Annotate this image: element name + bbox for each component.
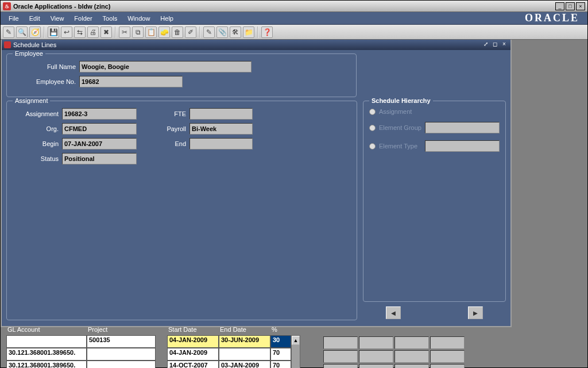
prev-button[interactable]: ◄: [386, 306, 401, 319]
window-title: Oracle Applications - bldw (zinc): [13, 3, 554, 10]
rg-cell[interactable]: [394, 364, 429, 368]
rg-cell[interactable]: [394, 350, 429, 363]
tool-window-icon[interactable]: ❓: [261, 26, 273, 38]
tool-clear-icon[interactable]: 🧽: [158, 26, 170, 38]
tool-paste-icon[interactable]: 📋: [145, 26, 157, 38]
next-button[interactable]: ►: [468, 306, 483, 319]
elem-group-field[interactable]: [425, 122, 500, 133]
tool-step-icon[interactable]: ↩: [61, 26, 72, 38]
tool-save-icon[interactable]: 💾: [48, 26, 59, 38]
tool-new-icon[interactable]: ✎: [3, 26, 14, 38]
menu-window[interactable]: Window: [123, 14, 154, 23]
emp-no-label: Employee No.: [13, 78, 76, 85]
rg-cell[interactable]: [359, 350, 393, 363]
close-button[interactable]: ×: [576, 2, 585, 10]
menu-edit[interactable]: Edit: [25, 14, 45, 23]
tool-copy-icon[interactable]: ⧉: [132, 26, 144, 38]
end-label: End: [140, 140, 186, 147]
menu-tools[interactable]: Tools: [98, 14, 122, 23]
begin-label: Begin: [13, 140, 59, 147]
rg-cell[interactable]: [430, 364, 465, 368]
gl-cell[interactable]: [6, 335, 87, 348]
end-cell[interactable]: [219, 348, 270, 361]
start-cell[interactable]: 04-JAN-2009: [167, 335, 219, 348]
pct-cell[interactable]: 70: [270, 348, 291, 361]
rg-cell[interactable]: [359, 364, 393, 368]
menu-bar: File Edit View Folder Tools Window Help …: [1, 12, 587, 25]
radio-element-group[interactable]: Element Group: [369, 122, 500, 133]
radio-elem-group-label: Element Group: [379, 124, 421, 131]
sub-titlebar: Schedule Lines ⤢ ◻ ×: [2, 40, 510, 50]
tool-switch-icon[interactable]: ⇆: [74, 26, 86, 38]
col-pct: %: [270, 326, 291, 335]
begin-field[interactable]: [62, 138, 137, 150]
menu-folder[interactable]: Folder: [69, 14, 96, 23]
tool-nav-icon[interactable]: 🧭: [29, 26, 41, 38]
oracle-icon: [4, 41, 11, 48]
tool-find-icon[interactable]: 🔍: [16, 26, 28, 38]
elem-type-field[interactable]: [425, 140, 500, 152]
toolbar-sep: [257, 26, 258, 38]
full-name-label: Full Name: [13, 63, 76, 70]
rg-cell[interactable]: [430, 336, 465, 349]
radio-assignment[interactable]: Assignment: [369, 108, 500, 115]
pct-cell[interactable]: 70: [270, 361, 291, 368]
col-project: Project: [87, 326, 156, 335]
tool-close-icon[interactable]: ✖: [100, 26, 112, 38]
sub-close-icon[interactable]: ×: [500, 41, 508, 48]
fte-label: FTE: [140, 110, 186, 117]
employee-legend: Employee: [13, 50, 45, 57]
account-grid: [323, 326, 465, 368]
end-cell[interactable]: 30-JUN-2009: [219, 335, 270, 348]
end-field[interactable]: [189, 138, 253, 150]
grid-vscrollbar[interactable]: ▲ ▼: [291, 335, 300, 368]
rg-cell[interactable]: [430, 350, 465, 363]
end-cell[interactable]: 03-JAN-2009: [219, 361, 270, 368]
minimize-button[interactable]: _: [555, 2, 564, 10]
sub-title: Schedule Lines: [13, 41, 481, 48]
assignment-label: Assignment: [13, 110, 59, 117]
payroll-field[interactable]: [189, 123, 253, 135]
tool-attach-icon[interactable]: 📎: [216, 26, 228, 38]
scroll-track[interactable]: [292, 345, 300, 368]
rg-cell[interactable]: [323, 350, 358, 363]
pct-cell[interactable]: 30: [270, 335, 291, 348]
rg-cell[interactable]: [359, 336, 393, 349]
rg-cell[interactable]: [394, 336, 429, 349]
status-field[interactable]: [62, 153, 137, 164]
menu-view[interactable]: View: [46, 14, 69, 23]
tool-folder-icon[interactable]: 📁: [243, 26, 254, 38]
tool-edit-icon[interactable]: ✐: [185, 26, 196, 38]
tool-tools-icon[interactable]: 🛠: [230, 26, 241, 38]
project-cell[interactable]: [87, 348, 156, 361]
schedule-lines-window: Schedule Lines ⤢ ◻ × Employee Full Name …: [1, 40, 512, 327]
tool-translate-icon[interactable]: ✎: [203, 26, 215, 38]
assignment-legend: Assignment: [13, 97, 50, 104]
rg-cell[interactable]: [323, 364, 358, 368]
menu-file[interactable]: File: [4, 14, 24, 23]
scroll-up-icon[interactable]: ▲: [292, 336, 300, 345]
toolbar-sep: [44, 26, 45, 38]
gl-cell[interactable]: 30.121.368001.389650.: [6, 348, 87, 361]
rg-cell[interactable]: [323, 336, 358, 349]
gl-cell[interactable]: 30.121.368001.389650.: [6, 361, 87, 368]
project-cell[interactable]: 500135: [87, 335, 156, 348]
start-cell[interactable]: 04-JAN-2009: [167, 348, 219, 361]
full-name-field[interactable]: [79, 61, 252, 72]
org-field[interactable]: [62, 123, 137, 135]
radio-element-type[interactable]: Element Type: [369, 140, 500, 152]
employee-group: Employee Full Name Employee No.: [6, 53, 357, 97]
assignment-field[interactable]: [62, 108, 137, 120]
col-gl-account: GL Account: [6, 326, 87, 335]
sub-restore-icon[interactable]: ◻: [491, 41, 499, 48]
tool-print-icon[interactable]: 🖨: [87, 26, 99, 38]
fte-field[interactable]: [189, 108, 253, 120]
emp-no-field[interactable]: [79, 76, 183, 87]
sub-minimize-icon[interactable]: ⤢: [482, 41, 490, 48]
start-cell[interactable]: 14-OCT-2007: [167, 361, 219, 368]
maximize-button[interactable]: □: [566, 2, 575, 10]
tool-cut-icon[interactable]: ✂: [119, 26, 130, 38]
menu-help[interactable]: Help: [156, 14, 178, 23]
project-cell[interactable]: [87, 361, 156, 368]
tool-delete-icon[interactable]: 🗑: [172, 26, 183, 38]
